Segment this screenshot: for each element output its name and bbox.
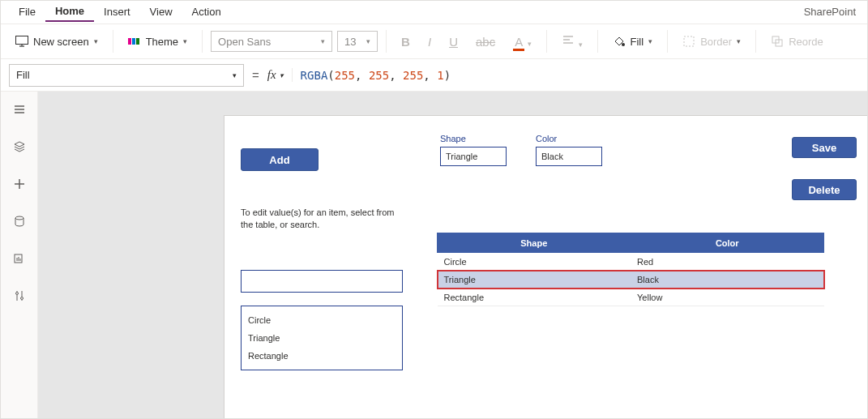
- fontsize-combo[interactable]: 13 ▾: [337, 31, 378, 52]
- reorder-label: Reorde: [789, 36, 823, 48]
- theme-label: Theme: [146, 36, 178, 48]
- media-icon[interactable]: [11, 250, 28, 267]
- chevron-down-icon: ▾: [183, 37, 187, 45]
- svg-rect-5: [136, 38, 139, 45]
- property-value: Fill: [16, 69, 30, 81]
- menu-bar: File Home Insert View Action SharePoint: [1, 1, 867, 24]
- chevron-down-icon: ▾: [280, 71, 284, 79]
- fontsize-value: 13: [344, 36, 356, 48]
- svg-point-9: [622, 43, 625, 46]
- svg-point-20: [15, 293, 18, 295]
- table-row[interactable]: Circle Red: [438, 253, 824, 271]
- fx-button[interactable]: fx▾: [267, 68, 293, 82]
- svg-rect-4: [132, 38, 135, 45]
- menu-view[interactable]: View: [140, 2, 182, 21]
- border-label: Border: [700, 36, 732, 48]
- strike-button[interactable]: abc: [469, 32, 502, 52]
- equals-label: =: [252, 68, 259, 82]
- add-button[interactable]: Add: [241, 148, 319, 171]
- table-row[interactable]: Rectangle Yellow: [438, 289, 824, 306]
- chevron-down-icon: ▾: [233, 71, 237, 79]
- data-table: Shape Color Circle Red Triangle Black Re…: [437, 233, 824, 306]
- hamburger-icon[interactable]: [11, 101, 28, 118]
- bold-button[interactable]: B: [395, 32, 417, 52]
- table-row[interactable]: Triangle Black: [438, 271, 824, 289]
- svg-rect-0: [16, 36, 28, 45]
- workspace: Add Shape Triangle Color Black Save Dele…: [1, 92, 867, 418]
- chevron-down-icon: ▾: [366, 37, 370, 45]
- list-item[interactable]: Triangle: [248, 329, 396, 347]
- chevron-down-icon: ▾: [94, 37, 98, 45]
- table-header-row: Shape Color: [438, 233, 824, 253]
- property-selector[interactable]: Fill ▾: [9, 64, 244, 87]
- menu-action[interactable]: Action: [182, 2, 231, 21]
- formula-fn: RGBA: [301, 69, 328, 82]
- border-button[interactable]: Border ▾: [676, 32, 747, 51]
- underline-button[interactable]: U: [443, 32, 464, 52]
- ribbon: New screen ▾ Theme ▾ Open Sans ▾ 13 ▾ B …: [1, 24, 867, 59]
- left-rail: [1, 92, 38, 418]
- svg-point-18: [15, 216, 24, 220]
- svg-rect-3: [128, 38, 131, 45]
- color-label: Color: [536, 134, 602, 143]
- save-button[interactable]: Save: [792, 137, 857, 158]
- chevron-down-icon: ▾: [737, 37, 741, 45]
- menu-insert[interactable]: Insert: [94, 2, 140, 21]
- list-box[interactable]: Circle Triangle Rectangle: [241, 306, 403, 370]
- chevron-down-icon: ▾: [321, 37, 325, 45]
- chevron-down-icon: ▾: [648, 37, 652, 45]
- settings-icon[interactable]: [11, 288, 28, 304]
- formula-input[interactable]: RGBA(255, 255, 255, 1): [301, 69, 859, 82]
- shape-input[interactable]: Triangle: [440, 147, 507, 166]
- plus-icon[interactable]: [11, 176, 28, 192]
- font-value: Open Sans: [218, 36, 271, 48]
- theme-button[interactable]: Theme ▾: [122, 32, 194, 51]
- menu-home[interactable]: Home: [45, 2, 94, 22]
- list-item[interactable]: Circle: [248, 311, 396, 329]
- svg-rect-10: [684, 36, 694, 46]
- fill-label: Fill: [631, 36, 644, 48]
- font-combo[interactable]: Open Sans ▾: [211, 31, 332, 52]
- formula-bar: Fill ▾ = fx▾ RGBA(255, 255, 255, 1): [1, 59, 867, 92]
- fill-button[interactable]: Fill ▾: [606, 32, 660, 51]
- color-input[interactable]: Black: [536, 147, 602, 166]
- search-input[interactable]: [241, 270, 403, 293]
- fontcolor-button[interactable]: A ▾: [507, 32, 538, 52]
- reorder-button[interactable]: Reorde: [764, 32, 830, 51]
- svg-point-23: [20, 297, 23, 300]
- new-screen-label: New screen: [33, 36, 89, 48]
- italic-button[interactable]: I: [421, 32, 438, 52]
- th-shape[interactable]: Shape: [438, 233, 631, 253]
- app-screen: Add Shape Triangle Color Black Save Dele…: [224, 116, 867, 418]
- new-screen-button[interactable]: New screen ▾: [9, 32, 105, 51]
- database-icon[interactable]: [11, 213, 28, 229]
- align-button[interactable]: ▾: [555, 31, 588, 53]
- menu-file[interactable]: File: [9, 2, 45, 21]
- brand-label: SharePoint: [804, 6, 859, 18]
- layers-icon[interactable]: [11, 139, 28, 155]
- delete-button[interactable]: Delete: [792, 179, 857, 200]
- canvas-area[interactable]: Add Shape Triangle Color Black Save Dele…: [38, 92, 867, 418]
- list-item[interactable]: Rectangle: [248, 347, 396, 365]
- shape-label: Shape: [440, 134, 507, 143]
- hint-text: To edit value(s) for an item, select fro…: [241, 207, 395, 232]
- th-color[interactable]: Color: [631, 233, 824, 253]
